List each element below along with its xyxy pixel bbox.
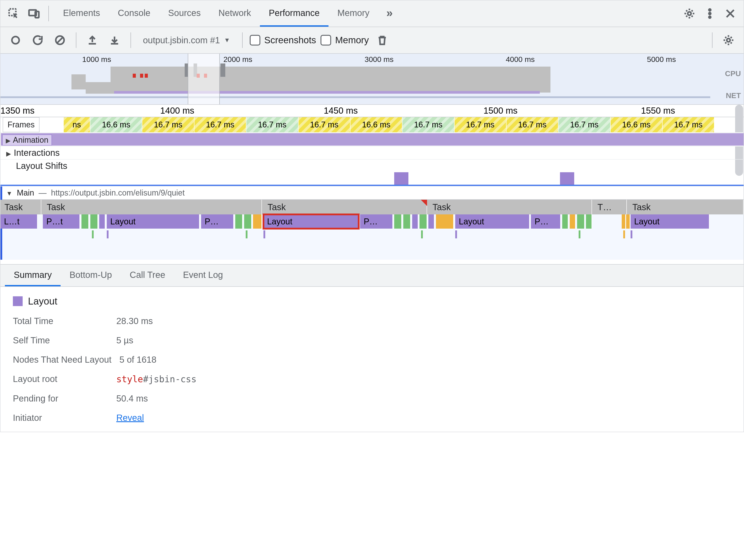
frame-cell[interactable]: 16.7 ms xyxy=(142,117,194,132)
flame-block[interactable] xyxy=(412,214,418,229)
row-initiator: Initiator Reveal xyxy=(13,413,731,423)
frame-cell[interactable]: 16.7 ms xyxy=(507,117,558,132)
frame-cell[interactable]: 16.7 ms xyxy=(246,117,298,132)
details-tab-bottom-up[interactable]: Bottom-Up xyxy=(61,265,121,286)
task-block[interactable]: Task xyxy=(43,200,262,214)
frame-cell[interactable]: 16.6 ms xyxy=(350,117,402,132)
flame-block[interactable] xyxy=(394,214,402,229)
flame-block[interactable] xyxy=(244,214,252,229)
download-icon[interactable] xyxy=(106,31,123,49)
interactions-label: Interactions xyxy=(14,148,60,158)
main-label: Main xyxy=(17,188,34,197)
svg-point-5 xyxy=(709,13,711,14)
animation-track[interactable]: Animation xyxy=(0,133,744,147)
flame-block[interactable] xyxy=(562,214,568,229)
tabs-overflow[interactable]: » xyxy=(381,0,398,27)
flame-block[interactable] xyxy=(235,214,243,229)
separator xyxy=(131,32,131,48)
selected-layout-block[interactable]: Layout xyxy=(263,214,359,229)
overview-tick: 5000 ms xyxy=(647,55,676,64)
frames-track[interactable]: Frames ns16.6 ms16.7 ms16.7 ms16.7 ms16.… xyxy=(0,117,744,133)
flame-block[interactable] xyxy=(253,214,262,229)
main-track[interactable]: Main — https://output.jsbin.com/elisum/9… xyxy=(0,186,744,260)
tab-performance[interactable]: Performance xyxy=(260,0,329,27)
flame-block[interactable] xyxy=(419,214,427,229)
task-block[interactable]: Task xyxy=(628,200,744,214)
flame-block[interactable] xyxy=(81,214,89,229)
task-block[interactable]: Task xyxy=(263,200,427,214)
details-tab-summary[interactable]: Summary xyxy=(5,265,61,286)
expand-icon[interactable] xyxy=(6,148,11,158)
flame-block[interactable] xyxy=(586,214,592,229)
animation-label: Animation xyxy=(2,135,52,146)
panel-settings-icon[interactable] xyxy=(719,31,737,49)
delete-icon[interactable] xyxy=(373,31,391,49)
details-tab-event-log[interactable]: Event Log xyxy=(174,265,232,286)
flame-block[interactable] xyxy=(622,214,626,229)
timeline-pane[interactable]: 1350 ms1400 ms1450 ms1500 ms1550 ms Fram… xyxy=(0,105,744,264)
flame-block[interactable] xyxy=(99,214,105,229)
tab-console[interactable]: Console xyxy=(109,0,159,27)
flame-block[interactable] xyxy=(436,214,454,229)
task-block[interactable]: Task xyxy=(0,200,41,214)
flame-block[interactable]: Layout xyxy=(455,214,530,229)
frame-cell[interactable]: ns xyxy=(64,117,90,132)
upload-icon[interactable] xyxy=(83,31,101,49)
clear-icon[interactable] xyxy=(51,31,69,49)
flame-block[interactable]: L…t xyxy=(0,214,38,229)
overview-selection[interactable] xyxy=(188,54,220,104)
overview-pane[interactable]: 1000 ms2000 ms3000 ms4000 ms5000 ms CPU … xyxy=(0,54,744,105)
task-block[interactable]: T… xyxy=(594,200,627,214)
frame-cell[interactable]: 16.7 ms xyxy=(558,117,610,132)
layout-shift[interactable] xyxy=(560,172,574,185)
layout-shift[interactable] xyxy=(394,172,408,185)
checkbox-icon xyxy=(250,35,260,45)
net-label: NET xyxy=(725,91,741,100)
frame-cell[interactable]: 16.6 ms xyxy=(90,117,142,132)
expand-icon[interactable] xyxy=(6,136,11,145)
flame-block[interactable]: P…t xyxy=(43,214,80,229)
interactions-track[interactable]: Interactions xyxy=(0,147,744,159)
row-pending: Pending for 50.4 ms xyxy=(13,394,731,404)
flame-block[interactable]: P… xyxy=(360,214,393,229)
reveal-link[interactable]: Reveal xyxy=(116,413,144,423)
screenshots-label: Screenshots xyxy=(264,35,316,45)
flame-block[interactable] xyxy=(90,214,98,229)
screenshots-checkbox[interactable]: Screenshots xyxy=(250,35,316,45)
flame-block[interactable]: Layout xyxy=(631,214,709,229)
profile-select[interactable]: output.jsbin.com #1 ▼ xyxy=(138,34,235,47)
frame-cell[interactable]: 16.7 ms xyxy=(194,117,246,132)
frame-cell[interactable]: 16.7 ms xyxy=(402,117,454,132)
tab-network[interactable]: Network xyxy=(210,0,260,27)
flame-block[interactable] xyxy=(577,214,585,229)
frame-cell[interactable]: 16.7 ms xyxy=(454,117,507,132)
collapse-icon[interactable] xyxy=(6,188,12,197)
settings-icon[interactable] xyxy=(680,5,698,23)
flame-block[interactable] xyxy=(570,214,576,229)
flame-block[interactable]: Layout xyxy=(107,214,200,229)
details-pane: SummaryBottom-UpCall TreeEvent Log Layou… xyxy=(0,264,744,432)
flame-block[interactable]: P… xyxy=(531,214,561,229)
layout-shifts-track[interactable]: Layout Shifts xyxy=(0,159,744,186)
flame-block[interactable] xyxy=(403,214,411,229)
inspect-icon[interactable] xyxy=(5,5,23,23)
tab-elements[interactable]: Elements xyxy=(54,0,109,27)
record-icon[interactable] xyxy=(7,31,25,49)
svg-point-3 xyxy=(688,12,691,15)
chevron-down-icon: ▼ xyxy=(224,37,230,44)
device-toolbar-icon[interactable] xyxy=(25,5,43,23)
tab-memory[interactable]: Memory xyxy=(329,0,378,27)
frame-cell[interactable]: 16.7 ms xyxy=(299,117,350,132)
task-block[interactable]: Task xyxy=(429,200,592,214)
flame-block[interactable] xyxy=(626,214,630,229)
frame-cell[interactable]: 16.7 ms xyxy=(663,117,714,132)
frame-cell[interactable]: 16.6 ms xyxy=(610,117,663,132)
flame-block[interactable] xyxy=(429,214,434,229)
memory-checkbox[interactable]: Memory xyxy=(321,35,369,45)
flame-block[interactable]: P… xyxy=(201,214,234,229)
tab-sources[interactable]: Sources xyxy=(159,0,210,27)
details-tab-call-tree[interactable]: Call Tree xyxy=(121,265,174,286)
reload-icon[interactable] xyxy=(29,31,47,49)
kebab-icon[interactable] xyxy=(701,5,719,23)
close-icon[interactable] xyxy=(721,5,739,23)
